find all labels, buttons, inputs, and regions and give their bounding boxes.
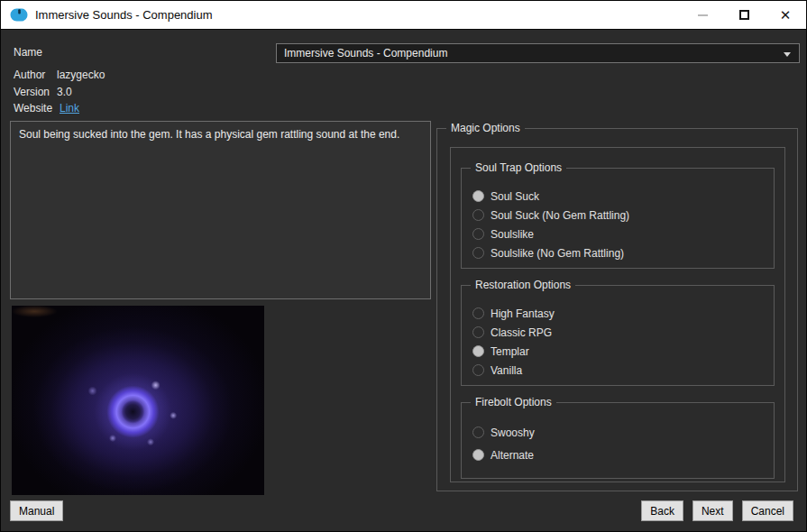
chevron-down-icon <box>784 52 791 57</box>
options-scroll-area[interactable]: Soul Trap OptionsSoul SuckSoul Suck (No … <box>450 147 785 482</box>
version-label: Version <box>14 86 50 98</box>
radio-unselected-icon[interactable] <box>472 247 484 259</box>
window-title: Immersive Sounds - Compendium <box>35 8 213 22</box>
option-group-restoration-options: Restoration OptionsHigh FantasyClassic R… <box>461 285 775 386</box>
option-group-title: Restoration Options <box>471 279 575 291</box>
radio-selected-icon[interactable] <box>472 190 484 202</box>
installer-body: Name Immersive Sounds - Compendium Autho… <box>1 31 806 531</box>
description-box: Soul being sucked into the gem. It has a… <box>10 121 431 299</box>
radio-selected-icon[interactable] <box>472 449 484 461</box>
radio-unselected-icon[interactable] <box>472 326 484 338</box>
titlebar[interactable]: Immersive Sounds - Compendium ✕ <box>1 1 806 30</box>
name-label: Name <box>14 46 42 59</box>
author-label: Author <box>14 69 45 81</box>
next-button[interactable]: Next <box>692 500 733 521</box>
version-value: 3.0 <box>57 86 72 98</box>
radio-option-label: Vanilla <box>491 364 522 377</box>
author-value: lazygecko <box>57 69 105 81</box>
radio-option-label: Soul Suck <box>491 190 539 203</box>
radio-selected-icon[interactable] <box>472 345 484 357</box>
maximize-icon <box>739 10 749 20</box>
minimize-button[interactable] <box>682 1 723 29</box>
radio-option-label: Classic RPG <box>491 326 552 339</box>
radio-option-swooshy[interactable]: Swooshy <box>462 421 774 444</box>
radio-unselected-icon[interactable] <box>472 209 484 221</box>
minimize-icon <box>698 14 708 16</box>
radio-unselected-icon[interactable] <box>472 364 484 376</box>
radio-option-label: Alternate <box>491 449 534 462</box>
radio-option-label: High Fantasy <box>491 307 555 320</box>
radio-option-soul-suck-no-gem-rattling[interactable]: Soul Suck (No Gem Rattling) <box>462 206 774 225</box>
back-button[interactable]: Back <box>641 500 683 521</box>
radio-option-alternate[interactable]: Alternate <box>462 444 774 466</box>
maximize-button[interactable] <box>723 1 765 29</box>
radio-option-label: Templar <box>491 345 529 358</box>
radio-option-soul-suck[interactable]: Soul Suck <box>462 187 774 206</box>
radio-option-label: Soulslike <box>491 228 534 241</box>
radio-option-soulslike[interactable]: Soulslike <box>462 225 774 243</box>
cancel-button[interactable]: Cancel <box>742 500 793 521</box>
radio-option-soulslike-no-gem-rattling[interactable]: Soulslike (No Gem Rattling) <box>462 243 774 262</box>
option-group-title: Soul Trap Options <box>471 161 566 174</box>
fomod-installer-window: Immersive Sounds - Compendium ✕ Name Imm… <box>0 0 807 532</box>
magic-options-title: Magic Options <box>446 122 525 134</box>
radio-option-high-fantasy[interactable]: High Fantasy <box>462 304 774 323</box>
radio-unselected-icon[interactable] <box>472 427 484 438</box>
close-icon: ✕ <box>780 8 792 22</box>
mod-name-value: Immersive Sounds - Compendium <box>284 47 447 60</box>
window-controls: ✕ <box>682 1 806 30</box>
mod-name-dropdown[interactable]: Immersive Sounds - Compendium <box>276 43 800 63</box>
radio-option-vanilla[interactable]: Vanilla <box>462 361 774 380</box>
preview-image <box>12 306 264 495</box>
radio-option-templar[interactable]: Templar <box>462 342 774 361</box>
radio-option-classic-rpg[interactable]: Classic RPG <box>462 323 774 342</box>
app-icon <box>10 8 28 22</box>
manual-button[interactable]: Manual <box>10 500 63 521</box>
option-group-firebolt-options: Firebolt OptionsSwooshyAlternate <box>461 402 775 479</box>
option-group-title: Firebolt Options <box>471 396 556 408</box>
website-label: Website <box>14 102 52 115</box>
website-link[interactable]: Link <box>60 102 79 115</box>
radio-unselected-icon[interactable] <box>472 307 484 319</box>
radio-option-label: Soulslike (No Gem Rattling) <box>491 247 624 260</box>
radio-option-label: Swooshy <box>491 427 535 439</box>
close-button[interactable]: ✕ <box>765 1 806 29</box>
magic-options-group: Magic Options Soul Trap OptionsSoul Suck… <box>436 128 798 491</box>
radio-unselected-icon[interactable] <box>472 228 484 240</box>
option-group-soul-trap-options: Soul Trap OptionsSoul SuckSoul Suck (No … <box>461 168 775 269</box>
radio-option-label: Soul Suck (No Gem Rattling) <box>491 209 629 222</box>
description-text: Soul being sucked into the gem. It has a… <box>19 128 399 141</box>
